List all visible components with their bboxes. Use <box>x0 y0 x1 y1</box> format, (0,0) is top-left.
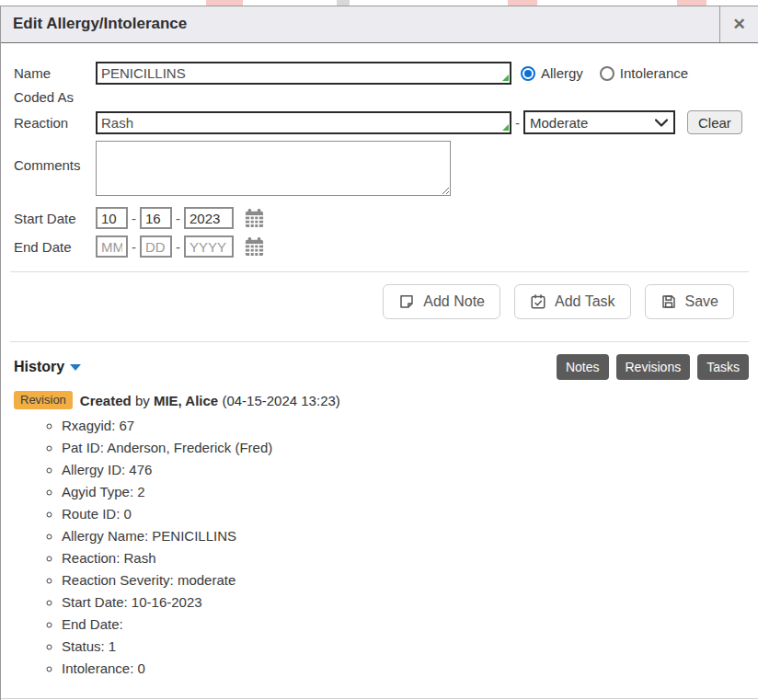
revision-badge: Revision <box>14 391 73 409</box>
reaction-separator: - <box>515 115 520 131</box>
list-item: Start Date: 10-16-2023 <box>62 594 758 610</box>
reaction-input[interactable] <box>96 111 511 134</box>
start-date-row: Start Date - - <box>14 207 758 229</box>
save-button[interactable]: Save <box>645 284 734 319</box>
comments-label: Comments <box>14 141 96 173</box>
intolerance-radio-label: Intolerance <box>620 65 688 81</box>
name-row: Name Allergy Intolerance <box>14 62 758 85</box>
comments-textarea[interactable] <box>96 141 451 196</box>
end-month-input[interactable] <box>96 235 128 258</box>
revision-timestamp: (04-15-2024 13:23) <box>222 393 339 408</box>
list-item: Allergy Name: PENICILLINS <box>62 528 758 544</box>
action-button-row: Add Note Add Task Save <box>1 272 758 341</box>
add-task-label: Add Task <box>555 293 615 310</box>
add-note-button[interactable]: Add Note <box>383 284 500 319</box>
chevron-down-icon <box>655 119 668 127</box>
list-item: Route ID: 0 <box>62 506 758 522</box>
history-title: History <box>14 359 64 375</box>
start-year-input[interactable] <box>184 207 234 229</box>
reaction-row: Reaction - Moderate Clear <box>14 110 758 134</box>
edit-allergy-dialog: Edit Allergy/Intolerance ✕ Name Allergy … <box>0 6 758 700</box>
note-icon <box>398 293 415 310</box>
end-day-input[interactable] <box>140 235 172 258</box>
add-task-button[interactable]: Add Task <box>514 284 631 319</box>
type-radio-group: Allergy Intolerance <box>521 65 699 81</box>
date-separator: - <box>176 211 180 226</box>
revision-by-word: by <box>135 393 150 408</box>
notes-button[interactable]: Notes <box>557 354 609 380</box>
revision-detail-list: Rxagyid: 67 Pat ID: Anderson, Frederick … <box>1 418 758 676</box>
list-item: Intolerance: 0 <box>62 660 758 676</box>
caret-down-icon <box>70 364 81 371</box>
dialog-titlebar: Edit Allergy/Intolerance ✕ <box>1 6 758 43</box>
end-year-input[interactable] <box>184 235 234 258</box>
date-separator: - <box>132 211 136 226</box>
revision-summary: Created by MIE, Alice (04-15-2024 13:23) <box>80 393 340 408</box>
start-date-label: Start Date <box>14 211 96 226</box>
list-item: Agyid Type: 2 <box>62 484 758 499</box>
background-fragment <box>677 0 706 6</box>
list-item: Reaction Severity: moderate <box>62 572 758 588</box>
name-label: Name <box>14 65 96 81</box>
revision-action: Created <box>80 393 132 408</box>
add-note-label: Add Note <box>423 293 485 310</box>
start-day-input[interactable] <box>140 207 172 229</box>
allergy-radio-label: Allergy <box>541 65 583 81</box>
clear-button[interactable]: Clear <box>687 110 742 134</box>
close-icon: ✕ <box>732 15 745 34</box>
list-item: End Date: <box>62 616 758 632</box>
intolerance-radio[interactable] <box>600 66 614 81</box>
end-date-label: End Date <box>14 239 96 255</box>
list-item: Status: 1 <box>62 638 758 654</box>
start-month-input[interactable] <box>96 207 128 229</box>
history-filter-buttons: Notes Revisions Tasks <box>557 354 749 380</box>
severity-select[interactable]: Moderate <box>523 110 675 134</box>
start-date-calendar-icon[interactable] <box>244 208 265 229</box>
allergy-radio[interactable] <box>521 66 535 81</box>
save-label: Save <box>685 293 718 310</box>
task-calendar-icon <box>530 293 546 310</box>
list-item: Rxagyid: 67 <box>62 418 758 433</box>
revision-user: MIE, Alice <box>154 393 218 408</box>
list-item: Pat ID: Anderson, Frederick (Fred) <box>62 440 758 455</box>
revision-entry-header: Revision Created by MIE, Alice (04-15-20… <box>1 380 758 409</box>
background-fragment <box>206 0 243 6</box>
revisions-button[interactable]: Revisions <box>616 354 691 380</box>
close-button[interactable]: ✕ <box>719 6 758 42</box>
severity-select-value: Moderate <box>530 115 588 131</box>
bottom-divider <box>1 698 758 699</box>
reaction-label: Reaction <box>14 115 96 131</box>
name-input[interactable] <box>96 62 511 85</box>
list-item: Reaction: Rash <box>62 550 758 566</box>
coded-as-row: Coded As <box>14 89 758 105</box>
background-fragment <box>337 0 350 6</box>
end-date-row: End Date - - <box>14 235 758 258</box>
end-date-calendar-icon[interactable] <box>244 236 265 258</box>
date-separator: - <box>176 239 180 255</box>
history-header: History Notes Revisions Tasks <box>1 342 758 380</box>
background-fragment <box>508 0 537 6</box>
tasks-button[interactable]: Tasks <box>697 354 749 380</box>
dialog-title: Edit Allergy/Intolerance <box>1 6 719 42</box>
date-separator: - <box>132 239 136 255</box>
background-page-strip <box>0 0 758 6</box>
save-floppy-icon <box>660 293 677 310</box>
coded-as-label: Coded As <box>14 89 96 105</box>
history-toggle[interactable]: History <box>14 354 81 375</box>
comments-row: Comments <box>14 141 758 196</box>
list-item: Allergy ID: 476 <box>62 462 758 477</box>
